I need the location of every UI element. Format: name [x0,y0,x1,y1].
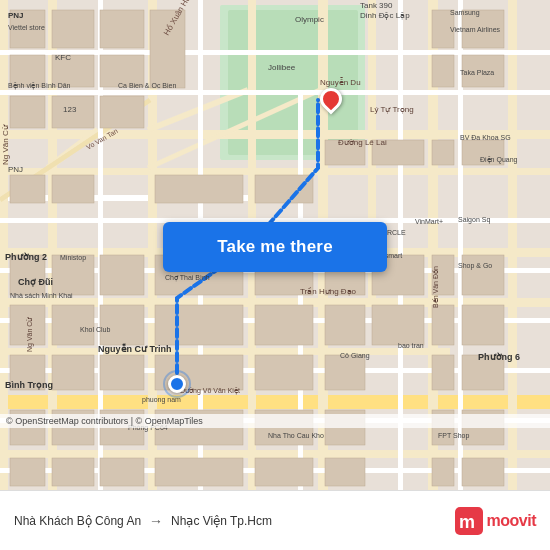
route-arrow: → [149,513,163,529]
svg-text:Taka Plaza: Taka Plaza [460,69,494,76]
svg-text:Ng Văn Cừ: Ng Văn Cừ [1,124,10,165]
svg-rect-68 [52,305,94,345]
take-me-there-button[interactable]: Take me there [163,222,387,272]
bottom-bar: Nhà Khách Bộ Công An → Nhạc Viện Tp.Hcm … [0,490,550,550]
svg-text:Olympic: Olympic [295,15,324,24]
svg-rect-93 [52,458,94,486]
svg-text:PNJ: PNJ [8,11,24,20]
svg-rect-9 [0,395,550,409]
route-info: Nhà Khách Bộ Công An → Nhạc Viện Tp.Hcm [14,513,455,529]
svg-text:Bến Vân Đồn: Bến Vân Đồn [432,266,439,308]
svg-rect-38 [100,10,144,48]
svg-rect-43 [10,96,45,128]
svg-rect-59 [52,255,94,295]
svg-text:KFC: KFC [55,53,71,62]
svg-text:PNJ: PNJ [8,165,23,174]
svg-text:Nguyễn Du: Nguyễn Du [320,77,361,87]
svg-rect-70 [155,305,243,345]
svg-rect-99 [462,458,504,486]
svg-text:BV Đa Khoa SG: BV Đa Khoa SG [460,134,511,141]
svg-rect-74 [432,305,454,345]
svg-rect-60 [100,255,144,295]
svg-rect-66 [462,255,504,295]
svg-text:bao tran: bao tran [398,342,424,349]
svg-text:Phường 2: Phường 2 [5,252,47,262]
svg-rect-95 [155,458,243,486]
route-to: Nhạc Viện Tp.Hcm [171,514,272,528]
route-from: Nhà Khách Bộ Công An [14,514,141,528]
svg-text:Samsung: Samsung [450,9,480,17]
svg-rect-78 [100,355,144,390]
svg-text:Tank 390: Tank 390 [360,1,393,10]
svg-text:Cô Giang: Cô Giang [340,352,370,360]
svg-rect-98 [432,458,454,486]
svg-rect-48 [432,55,454,87]
svg-text:Vietnam Airlines: Vietnam Airlines [450,26,501,33]
svg-text:123: 123 [63,105,77,114]
svg-rect-50 [10,175,45,203]
svg-text:Đường Lê Lai: Đường Lê Lai [338,138,387,147]
svg-rect-29 [0,90,550,95]
svg-text:Jollibee: Jollibee [268,63,296,72]
svg-text:Dinh Độc Lập: Dinh Độc Lập [360,11,410,20]
svg-text:m: m [459,512,475,532]
origin-pin [168,375,186,393]
svg-text:Chợ Đũi: Chợ Đũi [18,277,53,287]
svg-text:Ministop: Ministop [60,254,86,262]
svg-text:Phường 6: Phường 6 [478,352,520,362]
svg-text:Bệnh viện Bình Dân: Bệnh viện Bình Dân [8,82,71,90]
svg-text:Nha Tho Cau Kho: Nha Tho Cau Kho [268,432,324,439]
svg-rect-94 [100,458,144,486]
svg-text:Shop & Go: Shop & Go [458,262,492,270]
moovit-logo: m moovit [455,507,536,535]
destination-pin [320,88,342,116]
svg-text:Lý Tự Trọng: Lý Tự Trọng [370,105,414,114]
svg-rect-69 [100,305,144,345]
svg-text:Khol Club: Khol Club [80,326,110,333]
svg-text:Trần Hưng Đạo: Trần Hưng Đạo [300,287,357,296]
svg-rect-51 [52,175,94,203]
svg-text:Chợ Thai Bình: Chợ Thai Bình [165,274,210,282]
svg-rect-96 [255,458,313,486]
svg-text:Ca Bien & Oc Bien: Ca Bien & Oc Bien [118,82,176,89]
map-container: Hồ Xuân Hương Nguyễn Du Lý Tự Trọng Đườn… [0,0,550,490]
svg-text:Bình Trọng: Bình Trọng [5,380,53,390]
svg-rect-82 [432,355,454,390]
svg-text:FPT Shop: FPT Shop [438,432,469,440]
svg-rect-45 [100,96,144,128]
moovit-brand-text: moovit [487,512,536,530]
svg-text:Nguyễn Cư Trinh: Nguyễn Cư Trinh [98,343,172,354]
svg-rect-52 [155,175,243,203]
svg-rect-8 [0,348,450,355]
svg-text:Điện Quang: Điện Quang [480,156,518,164]
svg-rect-80 [255,355,313,390]
svg-rect-92 [10,458,45,486]
svg-rect-10 [0,450,550,458]
svg-rect-77 [52,355,94,390]
svg-text:Ng Văn Cừ: Ng Văn Cừ [26,317,34,352]
svg-rect-75 [462,305,504,345]
svg-rect-97 [325,458,365,486]
map-attribution: © OpenStreetMap contributors | © OpenMap… [0,414,550,428]
svg-text:VinMart+: VinMart+ [415,218,443,225]
svg-rect-4 [0,168,550,175]
svg-rect-37 [52,10,94,48]
svg-rect-73 [372,305,424,345]
svg-rect-81 [325,355,365,390]
svg-rect-56 [432,140,454,165]
svg-text:Nhà sách Minh Khai: Nhà sách Minh Khai [10,292,73,299]
svg-rect-53 [255,175,313,203]
svg-rect-28 [0,50,550,55]
moovit-m-icon: m [455,507,483,535]
svg-rect-72 [325,305,365,345]
svg-rect-71 [255,305,313,345]
svg-text:Viettel store: Viettel store [8,24,45,31]
svg-text:Saigon Sq: Saigon Sq [458,216,490,224]
